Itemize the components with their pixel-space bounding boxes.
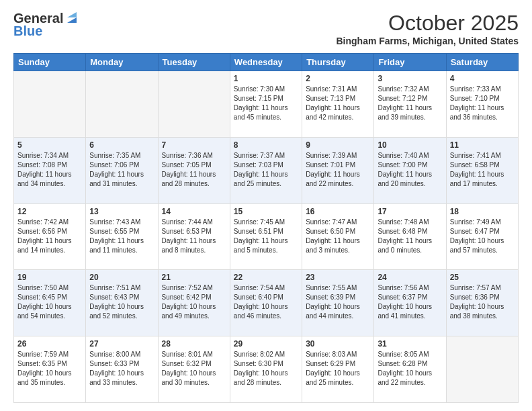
- day-number: 30: [306, 339, 370, 349]
- day-number: 20: [89, 273, 154, 282]
- day-number: 22: [234, 273, 298, 282]
- day-info: Sunrise: 7:37 AM Sunset: 7:03 PM Dayligh…: [234, 151, 298, 189]
- table-row: [446, 336, 518, 403]
- table-row: 25Sunrise: 7:57 AM Sunset: 6:36 PM Dayli…: [446, 270, 518, 336]
- table-row: 2Sunrise: 7:31 AM Sunset: 7:13 PM Daylig…: [302, 71, 374, 138]
- day-number: 23: [306, 273, 370, 282]
- day-number: 4: [450, 74, 515, 83]
- table-row: [86, 71, 158, 138]
- day-info: Sunrise: 7:44 AM Sunset: 6:53 PM Dayligh…: [162, 218, 226, 255]
- logo-blue: Blue: [13, 24, 42, 39]
- table-row: 29Sunrise: 8:02 AM Sunset: 6:30 PM Dayli…: [230, 336, 302, 403]
- table-row: 27Sunrise: 8:00 AM Sunset: 6:33 PM Dayli…: [86, 336, 158, 403]
- table-row: 16Sunrise: 7:47 AM Sunset: 6:50 PM Dayli…: [302, 203, 374, 270]
- logo-icon: [64, 11, 79, 26]
- day-info: Sunrise: 7:42 AM Sunset: 6:56 PM Dayligh…: [17, 218, 82, 255]
- table-row: [14, 71, 86, 138]
- header: General Blue October 2025 Bingham Farms,…: [13, 11, 519, 46]
- day-info: Sunrise: 8:03 AM Sunset: 6:29 PM Dayligh…: [306, 350, 370, 387]
- table-row: 22Sunrise: 7:54 AM Sunset: 6:40 PM Dayli…: [230, 270, 302, 336]
- day-info: Sunrise: 7:49 AM Sunset: 6:47 PM Dayligh…: [450, 218, 515, 255]
- day-number: 6: [89, 140, 154, 150]
- header-row: Sunday Monday Tuesday Wednesday Thursday…: [14, 54, 519, 71]
- table-row: 7Sunrise: 7:36 AM Sunset: 7:05 PM Daylig…: [158, 137, 230, 203]
- day-info: Sunrise: 7:59 AM Sunset: 6:35 PM Dayligh…: [17, 350, 82, 387]
- day-number: 14: [162, 207, 226, 216]
- title-block: October 2025 Bingham Farms, Michigan, Un…: [337, 11, 519, 46]
- table-row: 15Sunrise: 7:45 AM Sunset: 6:51 PM Dayli…: [230, 203, 302, 270]
- day-number: 7: [162, 140, 226, 150]
- calendar-week-row: 12Sunrise: 7:42 AM Sunset: 6:56 PM Dayli…: [14, 203, 519, 270]
- calendar-week-row: 1Sunrise: 7:30 AM Sunset: 7:15 PM Daylig…: [14, 71, 519, 138]
- table-row: 19Sunrise: 7:50 AM Sunset: 6:45 PM Dayli…: [14, 270, 86, 336]
- day-info: Sunrise: 7:33 AM Sunset: 7:10 PM Dayligh…: [450, 85, 515, 122]
- day-number: 11: [450, 140, 515, 150]
- day-number: 26: [17, 339, 82, 349]
- col-saturday: Saturday: [446, 54, 518, 71]
- location: Bingham Farms, Michigan, United States: [337, 36, 519, 46]
- day-info: Sunrise: 7:48 AM Sunset: 6:48 PM Dayligh…: [378, 218, 442, 255]
- table-row: 10Sunrise: 7:40 AM Sunset: 7:00 PM Dayli…: [374, 137, 446, 203]
- table-row: 24Sunrise: 7:56 AM Sunset: 6:37 PM Dayli…: [374, 270, 446, 336]
- day-info: Sunrise: 7:52 AM Sunset: 6:42 PM Dayligh…: [162, 283, 226, 321]
- day-number: 5: [17, 140, 82, 150]
- table-row: 31Sunrise: 8:05 AM Sunset: 6:28 PM Dayli…: [374, 336, 446, 403]
- day-info: Sunrise: 7:55 AM Sunset: 6:39 PM Dayligh…: [306, 283, 370, 321]
- table-row: 26Sunrise: 7:59 AM Sunset: 6:35 PM Dayli…: [14, 336, 86, 403]
- day-info: Sunrise: 7:41 AM Sunset: 6:58 PM Dayligh…: [450, 151, 515, 189]
- day-number: 17: [378, 207, 442, 216]
- table-row: 11Sunrise: 7:41 AM Sunset: 6:58 PM Dayli…: [446, 137, 518, 203]
- day-info: Sunrise: 7:43 AM Sunset: 6:55 PM Dayligh…: [89, 218, 154, 255]
- day-info: Sunrise: 8:02 AM Sunset: 6:30 PM Dayligh…: [234, 350, 298, 387]
- table-row: 12Sunrise: 7:42 AM Sunset: 6:56 PM Dayli…: [14, 203, 86, 270]
- table-row: [158, 71, 230, 138]
- table-row: 23Sunrise: 7:55 AM Sunset: 6:39 PM Dayli…: [302, 270, 374, 336]
- logo: General Blue: [13, 11, 79, 39]
- svg-marker-1: [67, 12, 77, 17]
- col-thursday: Thursday: [302, 54, 374, 71]
- day-info: Sunrise: 7:36 AM Sunset: 7:05 PM Dayligh…: [162, 151, 226, 189]
- table-row: 1Sunrise: 7:30 AM Sunset: 7:15 PM Daylig…: [230, 71, 302, 138]
- month-title: October 2025: [337, 11, 519, 36]
- day-number: 13: [89, 207, 154, 216]
- day-info: Sunrise: 7:57 AM Sunset: 6:36 PM Dayligh…: [450, 283, 515, 321]
- table-row: 8Sunrise: 7:37 AM Sunset: 7:03 PM Daylig…: [230, 137, 302, 203]
- day-number: 8: [234, 140, 298, 150]
- table-row: 18Sunrise: 7:49 AM Sunset: 6:47 PM Dayli…: [446, 203, 518, 270]
- day-info: Sunrise: 7:34 AM Sunset: 7:08 PM Dayligh…: [17, 151, 82, 189]
- day-number: 31: [378, 339, 442, 349]
- col-monday: Monday: [86, 54, 158, 71]
- day-info: Sunrise: 7:30 AM Sunset: 7:15 PM Dayligh…: [234, 85, 298, 122]
- day-number: 29: [234, 339, 298, 349]
- calendar-week-row: 26Sunrise: 7:59 AM Sunset: 6:35 PM Dayli…: [14, 336, 519, 403]
- day-number: 9: [306, 140, 370, 150]
- day-number: 1: [234, 74, 298, 83]
- day-info: Sunrise: 7:47 AM Sunset: 6:50 PM Dayligh…: [306, 218, 370, 255]
- table-row: 13Sunrise: 7:43 AM Sunset: 6:55 PM Dayli…: [86, 203, 158, 270]
- day-info: Sunrise: 7:54 AM Sunset: 6:40 PM Dayligh…: [234, 283, 298, 321]
- svg-marker-0: [67, 17, 77, 23]
- logo-text: General Blue: [13, 11, 79, 39]
- table-row: 14Sunrise: 7:44 AM Sunset: 6:53 PM Dayli…: [158, 203, 230, 270]
- calendar-week-row: 5Sunrise: 7:34 AM Sunset: 7:08 PM Daylig…: [14, 137, 519, 203]
- table-row: 6Sunrise: 7:35 AM Sunset: 7:06 PM Daylig…: [86, 137, 158, 203]
- table-row: 5Sunrise: 7:34 AM Sunset: 7:08 PM Daylig…: [14, 137, 86, 203]
- col-sunday: Sunday: [14, 54, 86, 71]
- day-number: 27: [89, 339, 154, 349]
- table-row: 3Sunrise: 7:32 AM Sunset: 7:12 PM Daylig…: [374, 71, 446, 138]
- day-number: 16: [306, 207, 370, 216]
- table-row: 4Sunrise: 7:33 AM Sunset: 7:10 PM Daylig…: [446, 71, 518, 138]
- table-row: 21Sunrise: 7:52 AM Sunset: 6:42 PM Dayli…: [158, 270, 230, 336]
- calendar-week-row: 19Sunrise: 7:50 AM Sunset: 6:45 PM Dayli…: [14, 270, 519, 336]
- day-number: 3: [378, 74, 442, 83]
- day-number: 12: [17, 207, 82, 216]
- table-row: 17Sunrise: 7:48 AM Sunset: 6:48 PM Dayli…: [374, 203, 446, 270]
- day-info: Sunrise: 8:00 AM Sunset: 6:33 PM Dayligh…: [89, 350, 154, 387]
- day-info: Sunrise: 8:01 AM Sunset: 6:32 PM Dayligh…: [162, 350, 226, 387]
- day-number: 10: [378, 140, 442, 150]
- col-wednesday: Wednesday: [230, 54, 302, 71]
- col-tuesday: Tuesday: [158, 54, 230, 71]
- table-row: 28Sunrise: 8:01 AM Sunset: 6:32 PM Dayli…: [158, 336, 230, 403]
- day-number: 21: [162, 273, 226, 282]
- day-info: Sunrise: 7:50 AM Sunset: 6:45 PM Dayligh…: [17, 283, 82, 321]
